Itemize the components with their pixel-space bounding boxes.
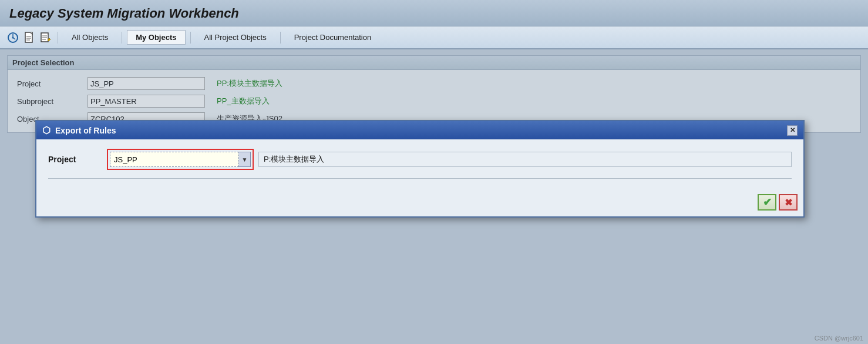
clock-icon[interactable] <box>6 31 20 45</box>
cancel-button[interactable]: ✖ <box>779 194 798 211</box>
edit-icon[interactable] <box>39 31 53 45</box>
dialog-project-desc: P:模块主数据导入 <box>258 152 792 167</box>
dialog-close-button[interactable]: ✕ <box>787 125 798 136</box>
dialog-title: Export of Rules <box>55 126 116 135</box>
toolbar-separator-4 <box>280 32 281 44</box>
toolbar: All Objects My Objects All Project Objec… <box>0 26 868 49</box>
dialog-icon: ⬡ <box>42 125 51 136</box>
main-content: Project Selection Project PP:模块主数据导入 Sub… <box>0 49 868 344</box>
title-bar: Legacy System Migration Workbench <box>0 0 868 26</box>
ok-icon: ✔ <box>763 196 772 209</box>
dialog-form-row-project: Project ▼ P:模块主数据导入 <box>48 149 792 170</box>
app-title: Legacy System Migration Workbench <box>9 6 859 21</box>
dialog-project-label: Project <box>48 155 107 164</box>
app-container: Legacy System Migration Workbench <box>0 0 868 344</box>
new-doc-icon[interactable] <box>22 31 36 45</box>
dialog-body: Project ▼ P:模块主数据导入 <box>36 139 803 191</box>
dialog-project-input-wrapper: ▼ <box>107 149 254 170</box>
tab-project-documentation[interactable]: Project Documentation <box>285 30 381 45</box>
export-rules-dialog: ⬡ Export of Rules ✕ Project ▼ <box>35 120 805 218</box>
ok-button[interactable]: ✔ <box>758 194 776 211</box>
svg-point-3 <box>12 36 14 38</box>
dialog-project-input[interactable] <box>110 152 239 167</box>
tab-my-objects[interactable]: My Objects <box>127 30 185 45</box>
dialog-separator <box>48 178 792 179</box>
cancel-icon: ✖ <box>785 197 792 208</box>
toolbar-separator <box>58 32 58 44</box>
dialog-project-input-btn[interactable]: ▼ <box>239 152 251 167</box>
toolbar-separator-3 <box>190 32 191 44</box>
dialog-footer: ✔ ✖ <box>36 191 803 216</box>
tab-all-objects[interactable]: All Objects <box>63 30 117 45</box>
tab-all-project-objects[interactable]: All Project Objects <box>196 30 275 45</box>
dialog-titlebar: ⬡ Export of Rules ✕ <box>36 121 803 139</box>
toolbar-separator-2 <box>122 32 122 44</box>
dialog-title-left: ⬡ Export of Rules <box>42 125 116 136</box>
